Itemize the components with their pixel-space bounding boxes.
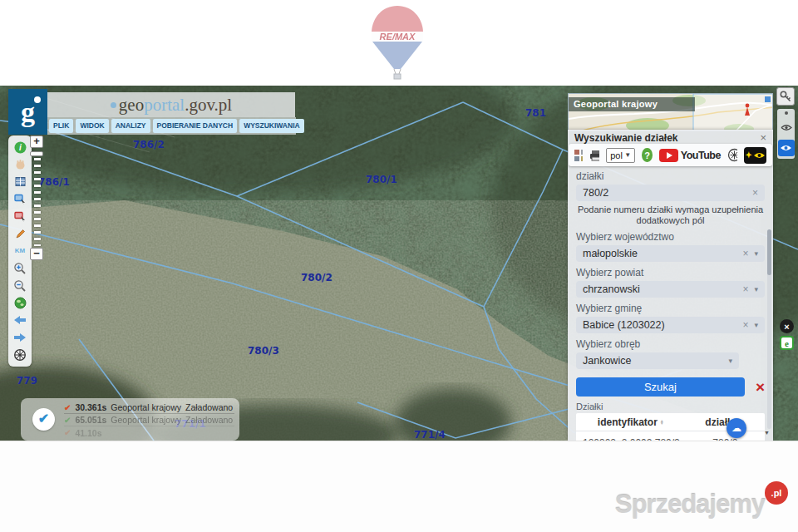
overview-minimap[interactable]: Geoportal krajowy [568,93,773,131]
panel-scrollbar[interactable] [767,229,771,429]
zoom-out-button[interactable]: − [30,248,43,260]
layer-name: Geoportal krajowy [111,415,181,425]
logo-dot-icon [34,96,41,103]
commune-select[interactable]: Babice (1203022) × ▾ [576,317,765,333]
parcel-label: 780/1 [366,174,397,185]
layers-grid-icon[interactable] [12,175,27,190]
scroll-down-icon[interactable]: ▼ [764,430,770,436]
watermark-pl-badge: .pl [765,481,788,505]
info-icon[interactable]: i [12,140,27,155]
zoom-in-button[interactable]: + [30,135,43,148]
title-suffix: .gov.pl [185,95,232,116]
draw-pencil-icon[interactable] [12,226,27,241]
loading-status-panel: ✔ ✔ 30.361s Geoportal krajowy Załadowano… [21,398,239,441]
title-portal: portal [144,95,185,116]
zoom-slider-track[interactable] [34,158,41,246]
chevron-down-icon[interactable]: ▾ [748,285,758,293]
youtube-play-icon [659,149,678,162]
clear-input-icon[interactable]: × [747,187,758,199]
zoom-to-parcel-button[interactable]: ☁ [727,418,746,438]
column-identyfikator[interactable]: identyfikator ▲ ▼ [576,416,686,428]
top-strip: RE/MAX [0,0,798,86]
settings-gear-icon[interactable] [727,148,738,162]
youtube-button[interactable]: YouTube [659,149,721,162]
voivodeship-select[interactable]: małopolskie × ▾ [576,245,765,262]
measure-km-icon[interactable]: KM [12,244,27,259]
county-value: chrzanowski [583,283,737,295]
parcel-label: 786/2 [133,139,165,150]
zoom-slider-handle[interactable] [30,151,43,156]
plot-field-label: działki [576,170,765,182]
load-time: 30.361s [75,402,106,412]
back-arrow-icon[interactable] [12,313,27,328]
language-value: pol [610,150,623,160]
dot-icon[interactable] [785,111,788,115]
panel-close-icon[interactable]: × [760,131,766,144]
forward-arrow-icon[interactable] [12,330,27,345]
load-status: Załadowano [185,415,233,425]
language-select[interactable]: pol ▼ [606,148,635,163]
menu-tab[interactable]: WIDOK [76,119,108,133]
eye-outline-icon[interactable] [781,124,792,131]
county-select[interactable]: chrzanowski × ▾ [576,281,765,298]
e-service-badge[interactable]: e [780,336,794,350]
panel-title: Wyszukiwanie działek [574,132,678,144]
status-check-icon: ✔ [32,408,55,431]
hand-pan-icon[interactable] [12,157,27,172]
voivodeship-value: małopolskie [583,248,737,259]
chevron-down-icon[interactable]: ▾ [722,357,732,365]
mosaic-icon[interactable] [574,150,583,161]
plot-number-input[interactable]: 780/2 × [576,185,765,201]
visibility-controls [777,109,795,159]
print-icon[interactable] [589,150,599,161]
menu-tab[interactable]: ANALIZY [111,119,150,133]
screenshot-frame: RE/MAX [0,0,798,532]
precinct-select[interactable]: Jankowice ▾ [576,352,739,369]
zoom-slider[interactable]: + − [30,135,44,260]
watermark-text: Sprzedajemy [615,490,765,520]
clear-select-icon[interactable]: × [737,248,748,259]
chevron-down-icon[interactable]: ▾ [748,321,758,329]
chevron-down-icon: ▼ [624,151,631,159]
contrast-eye-icon [753,151,766,160]
help-icon[interactable]: ? [642,148,653,162]
balloon-text: RE/MAX [380,32,416,42]
select-area-red-icon[interactable] [12,209,27,224]
select-area-blue-icon[interactable] [12,191,27,206]
plot-number-value: 780/2 [583,187,747,199]
column-dzialka[interactable]: działka ▲ ▼ [686,416,765,428]
menu-tab[interactable]: POBIERANIE DANYCH [153,119,238,133]
accessibility-toggle[interactable]: ✦ [744,147,766,164]
remax-balloon-logo: RE/MAX [367,4,427,81]
row-check-icon: ✔ [64,416,71,425]
active-eye-button[interactable] [778,140,795,156]
close-layer-button[interactable]: × [780,319,794,333]
map-toolbar: i KM [8,135,32,367]
svg-text:i: i [19,143,22,152]
map-viewport[interactable]: 786/2786/1780/1781780/2780/3779771/1771/… [0,86,798,441]
clear-select-icon[interactable]: × [737,319,748,331]
clear-select-icon[interactable]: × [737,283,748,295]
zoom-in-icon[interactable] [12,261,27,276]
cancel-search-icon[interactable]: × [756,379,765,395]
menu-tab[interactable]: WYSZUKIWANIA [239,119,304,133]
parcel-label: 771/4 [414,429,446,441]
load-status: Załadowano [185,402,233,412]
menu-tab[interactable]: PLIK [49,119,73,133]
chevron-down-icon[interactable]: ▾ [748,249,758,258]
parcel-search-panel: Wyszukiwanie działek × pol ▼ ? YouTube [568,130,773,441]
login-key-button[interactable] [776,87,795,106]
site-title: geoportal.gov.pl [47,92,295,117]
globe-extent-icon[interactable] [12,295,27,310]
layer-name: Geoportal krajowy [111,402,181,412]
plot-hint-text: Podanie numeru działki wymaga uzupełnien… [576,204,765,226]
precinct-label: Wybierz obręb [576,338,765,350]
county-label: Wybierz powiat [576,267,765,278]
minimap-title: Geoportal krajowy [569,97,695,111]
geoportal-logo[interactable]: g [8,89,47,135]
compass-wheel-icon[interactable] [12,347,27,362]
search-button[interactable]: Szukaj [576,377,745,397]
commune-value: Babice (1203022) [583,319,737,331]
status-row: ✔ 65.051s Geoportal krajowy Załadowano [64,414,234,426]
zoom-out-icon[interactable] [12,278,27,293]
